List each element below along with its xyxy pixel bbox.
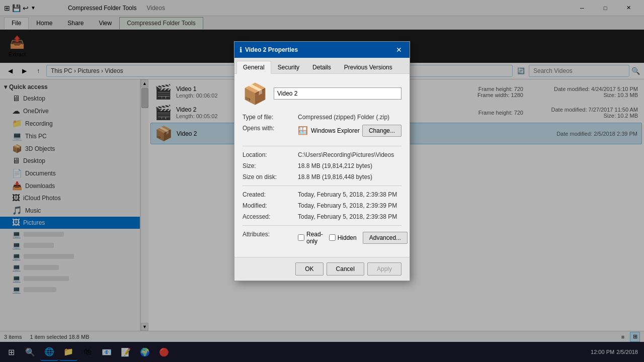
change-button[interactable]: Change... <box>362 125 401 137</box>
readonly-checkbox[interactable] <box>298 234 304 241</box>
modal-size-disk-value: 18.8 MB (19,816,448 bytes) <box>298 173 401 180</box>
modal-footer: OK Cancel Apply <box>234 257 410 281</box>
modal-modified-label: Modified: <box>243 202 298 209</box>
separator-1 <box>243 146 401 146</box>
modal-location-value: C:\Users\Recording\Pictures\Videos <box>298 151 401 158</box>
modal-created-value: Today, February 5, 2018, 2:39:38 PM <box>298 191 401 198</box>
modal-opens-row: Opens with: 🪟 Windows Explorer Change... <box>243 125 401 141</box>
ok-button[interactable]: OK <box>295 262 323 276</box>
modal-tab-general[interactable]: General <box>236 61 271 74</box>
modal-accessed-value: Today, February 5, 2018, 2:39:38 PM <box>298 213 401 220</box>
hidden-checkbox-label[interactable]: Hidden <box>329 234 357 241</box>
modal-close-button[interactable]: ✕ <box>393 45 405 55</box>
modal-type-value: Compressed (zipped) Folder (.zip) <box>298 114 401 121</box>
modal-accessed-row: Accessed: Today, February 5, 2018, 2:39:… <box>243 213 401 220</box>
modal-modified-value: Today, February 5, 2018, 2:39:39 PM <box>298 202 401 209</box>
modal-title-text: Video 2 Properties <box>245 46 390 53</box>
modal-file-icon: 📦 <box>243 82 268 106</box>
opens-value: Windows Explorer <box>311 127 362 134</box>
opens-icon: 🪟 <box>298 126 308 135</box>
modal-tabs: General Security Details Previous Versio… <box>234 58 410 74</box>
modal-opens-label: Opens with: <box>243 125 298 132</box>
modal-title-icon: ℹ <box>239 46 242 54</box>
modal-tab-details[interactable]: Details <box>306 61 338 73</box>
modal-accessed-label: Accessed: <box>243 213 298 220</box>
modal-file-header: 📦 <box>243 82 401 106</box>
modal-attributes-label: Attributes: <box>243 231 298 238</box>
cancel-button[interactable]: Cancel <box>327 262 364 276</box>
modal-title-bar: ℹ Video 2 Properties ✕ <box>234 42 410 58</box>
modal-location-label: Location: <box>243 151 298 158</box>
apply-button[interactable]: Apply <box>367 262 401 276</box>
modal-tab-previous-versions[interactable]: Previous Versions <box>338 61 399 73</box>
modal-tab-security[interactable]: Security <box>271 61 306 73</box>
modal-size-row: Size: 18.8 MB (19,814,212 bytes) <box>243 162 401 169</box>
hidden-checkbox[interactable] <box>329 234 336 241</box>
separator-2 <box>243 186 401 186</box>
hidden-label: Hidden <box>338 234 357 241</box>
advanced-button[interactable]: Advanced... <box>363 232 408 244</box>
modal-file-name-input[interactable] <box>274 87 401 100</box>
attributes-controls: Read-only Hidden Advanced... <box>298 231 408 245</box>
modal-body: 📦 Type of file: Compressed (zipped) Fold… <box>234 74 410 257</box>
separator-3 <box>243 225 401 226</box>
modal-type-row: Type of file: Compressed (zipped) Folder… <box>243 114 401 121</box>
readonly-label: Read-only <box>306 231 323 245</box>
modal-created-label: Created: <box>243 191 298 198</box>
modal-type-label: Type of file: <box>243 114 298 121</box>
modal-size-value: 18.8 MB (19,814,212 bytes) <box>298 162 401 169</box>
modal-size-disk-row: Size on disk: 18.8 MB (19,816,448 bytes) <box>243 173 401 180</box>
modal-overlay: ℹ Video 2 Properties ✕ General Security … <box>0 0 644 362</box>
modal-attributes-row: Attributes: Read-only Hidden Advanced... <box>243 231 401 245</box>
modal-modified-row: Modified: Today, February 5, 2018, 2:39:… <box>243 202 401 209</box>
modal-location-row: Location: C:\Users\Recording\Pictures\Vi… <box>243 151 401 158</box>
modal-size-label: Size: <box>243 162 298 169</box>
modal-created-row: Created: Today, February 5, 2018, 2:39:3… <box>243 191 401 198</box>
properties-dialog: ℹ Video 2 Properties ✕ General Security … <box>234 41 410 281</box>
modal-size-disk-label: Size on disk: <box>243 173 298 180</box>
readonly-checkbox-label[interactable]: Read-only <box>298 231 323 245</box>
